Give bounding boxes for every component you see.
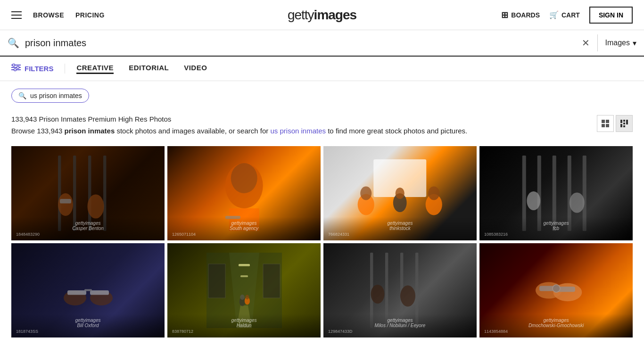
grid-controls xyxy=(597,115,633,132)
svg-rect-14 xyxy=(620,124,622,127)
photo-overlay-6: gettyimagesHaldun 838780712 xyxy=(167,314,321,337)
related-search-label: us prison inmates xyxy=(30,92,82,99)
filters-label: FILTERS xyxy=(25,65,53,73)
search-input[interactable] xyxy=(25,38,582,49)
svg-rect-55 xyxy=(208,264,225,298)
results-desc-bold: prison inmates xyxy=(65,127,115,135)
photo-cell-1[interactable]: gettyimagesCasper Benton 1848483290 xyxy=(11,146,165,240)
results-desc-link[interactable]: us prison inmates xyxy=(270,127,326,135)
photo-overlay-4: gettyimagesfcb 1085383216 xyxy=(479,217,633,240)
grid-view-button[interactable] xyxy=(597,115,614,132)
photo-overlay-2: gettyimagesSouth agency 1265071104 xyxy=(167,217,321,240)
svg-rect-48 xyxy=(239,264,250,266)
photo-grid: gettyimagesCasper Benton 1848483290 gett… xyxy=(11,146,633,337)
filters-button[interactable]: FILTERS xyxy=(11,64,65,74)
svg-rect-11 xyxy=(623,120,625,122)
svg-point-52 xyxy=(240,294,245,299)
header: BROWSE PRICING gettyimages ⊞ BOARDS 🛒 CA… xyxy=(0,0,644,30)
cart-icon: 🛒 xyxy=(549,10,559,19)
svg-rect-10 xyxy=(620,120,622,123)
tab-creative[interactable]: CREATIVE xyxy=(76,64,114,74)
related-searches-row: 🔍 us prison inmates xyxy=(11,89,633,109)
svg-point-21 xyxy=(87,194,104,218)
photo-cell-8[interactable]: gettyimagesDmochowski-Gmochowski 1143854… xyxy=(479,243,633,337)
svg-point-24 xyxy=(231,163,257,193)
results-count: 133,943 Prison Inmates Premium High Res … xyxy=(11,115,467,123)
svg-point-5 xyxy=(14,69,17,71)
mosaic-view-button[interactable] xyxy=(616,115,633,132)
results-area: 🔍 us prison inmates 133,943 Prison Inmat… xyxy=(0,81,644,337)
svg-point-54 xyxy=(245,295,249,299)
photo-cell-4[interactable]: gettyimagesfcb 1085383216 xyxy=(479,146,633,240)
svg-point-33 xyxy=(429,186,440,200)
tab-editorial[interactable]: EDITORIAL xyxy=(129,64,169,74)
boards-button[interactable]: ⊞ BOARDS xyxy=(501,10,540,20)
svg-rect-12 xyxy=(626,120,628,124)
svg-rect-13 xyxy=(623,123,625,124)
clear-icon[interactable]: ✕ xyxy=(582,37,590,49)
photo-id-8: 1143854884 xyxy=(484,329,628,334)
content-type-nav: CREATIVE EDITORIAL VIDEO xyxy=(76,64,207,74)
photo-id-4: 1085383216 xyxy=(484,232,628,237)
svg-point-20 xyxy=(58,193,73,216)
photo-id-5: 1818743SS xyxy=(16,329,160,334)
filters-bar: FILTERS CREATIVE EDITORIAL VIDEO xyxy=(0,57,644,81)
nav-browse[interactable]: BROWSE xyxy=(33,11,64,19)
related-search-icon: 🔍 xyxy=(18,92,26,99)
boards-icon: ⊞ xyxy=(501,10,508,20)
boards-label: BOARDS xyxy=(511,11,540,19)
photo-overlay-7: gettyimagesMilos / Nobiluni / Eeyore 129… xyxy=(323,314,477,337)
results-header-row: 133,943 Prison Inmates Premium High Res … xyxy=(11,115,633,144)
logo-normal: getty xyxy=(288,8,314,22)
photo-cell-3[interactable]: gettyimagesthinkstock 766824331 xyxy=(323,146,477,240)
logo[interactable]: gettyimages xyxy=(288,8,356,23)
svg-point-67 xyxy=(553,285,560,292)
photo-id-1: 1848483290 xyxy=(16,232,160,237)
photo-overlay-8: gettyimagesDmochowski-Gmochowski 1143854… xyxy=(479,314,633,337)
svg-rect-7 xyxy=(606,120,609,123)
svg-rect-15 xyxy=(623,125,625,127)
search-divider xyxy=(597,34,598,51)
search-type-selector[interactable]: Images ▾ xyxy=(605,39,636,48)
photo-overlay-3: gettyimagesthinkstock 766824331 xyxy=(323,217,477,240)
svg-point-61 xyxy=(371,285,384,304)
svg-rect-44 xyxy=(90,290,109,295)
svg-point-29 xyxy=(361,186,372,200)
hamburger-menu[interactable] xyxy=(11,11,22,19)
svg-point-39 xyxy=(527,191,540,210)
svg-rect-9 xyxy=(606,124,609,127)
photo-cell-7[interactable]: gettyimagesMilos / Nobiluni / Eeyore 129… xyxy=(323,243,477,337)
svg-rect-43 xyxy=(67,290,86,295)
photo-overlay-5: gettyimagesBill Oxford 1818743SS xyxy=(11,314,165,337)
nav-pricing[interactable]: PRICING xyxy=(75,11,105,19)
search-bar: 🔍 ✕ Images ▾ xyxy=(0,30,644,57)
photo-overlay-1: gettyimagesCasper Benton 1848483290 xyxy=(11,217,165,240)
photo-id-7: 129847433D xyxy=(328,329,472,334)
related-search-chip[interactable]: 🔍 us prison inmates xyxy=(11,89,89,103)
photo-id-6: 838780712 xyxy=(172,329,316,334)
svg-rect-22 xyxy=(60,199,71,204)
header-right: ⊞ BOARDS 🛒 CART SIGN IN xyxy=(501,7,633,24)
photo-cell-2[interactable]: gettyimagesSouth agency 1265071104 xyxy=(167,146,321,240)
photo-cell-5[interactable]: gettyimagesBill Oxford 1818743SS xyxy=(11,243,165,337)
search-icon: 🔍 xyxy=(8,37,19,49)
svg-point-31 xyxy=(396,188,405,199)
svg-rect-8 xyxy=(602,124,605,127)
photo-cell-6[interactable]: gettyimagesHaldun 838780712 xyxy=(167,243,321,337)
results-info: 133,943 Prison Inmates Premium High Res … xyxy=(11,115,467,144)
logo-bold: images xyxy=(314,8,357,22)
cart-label: CART xyxy=(561,11,580,19)
cart-button[interactable]: 🛒 CART xyxy=(549,10,580,19)
svg-rect-56 xyxy=(263,264,280,298)
svg-point-3 xyxy=(13,64,15,66)
tab-video[interactable]: VIDEO xyxy=(184,64,207,74)
photo-id-2: 1265071104 xyxy=(172,232,316,237)
svg-point-4 xyxy=(17,66,19,69)
sign-in-button[interactable]: SIGN IN xyxy=(589,7,633,24)
filter-icon xyxy=(11,64,21,74)
svg-rect-45 xyxy=(84,289,92,291)
photo-id-3: 766824331 xyxy=(328,232,472,237)
svg-point-62 xyxy=(400,285,415,306)
results-description: Browse 133,943 prison inmates stock phot… xyxy=(11,126,467,137)
svg-rect-6 xyxy=(602,120,605,123)
